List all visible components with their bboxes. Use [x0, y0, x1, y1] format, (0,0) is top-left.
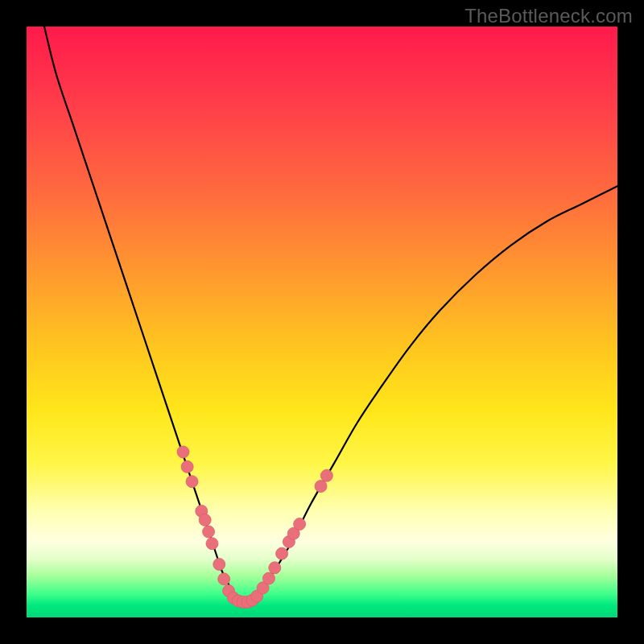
curve-marker — [181, 460, 193, 473]
curve-marker — [269, 562, 281, 574]
curve-marker — [218, 573, 230, 585]
curve-marker — [276, 547, 288, 559]
chart-stage: TheBottleneck.com — [0, 0, 644, 644]
curve-marker — [213, 558, 225, 570]
curve-marker — [320, 469, 332, 481]
plot-area — [27, 27, 617, 617]
curve-marker — [203, 526, 215, 538]
curve-marker — [186, 476, 198, 488]
curve-marker — [262, 572, 275, 584]
chart-svg — [27, 27, 617, 617]
curve-marker — [315, 481, 327, 493]
curve-markers — [177, 446, 332, 608]
watermark-text: TheBottleneck.com — [464, 5, 633, 27]
curve-marker — [206, 538, 218, 550]
bottleneck-curve — [44, 27, 617, 601]
curve-marker — [199, 514, 211, 526]
curve-marker — [294, 518, 306, 530]
curve-marker — [177, 446, 189, 458]
